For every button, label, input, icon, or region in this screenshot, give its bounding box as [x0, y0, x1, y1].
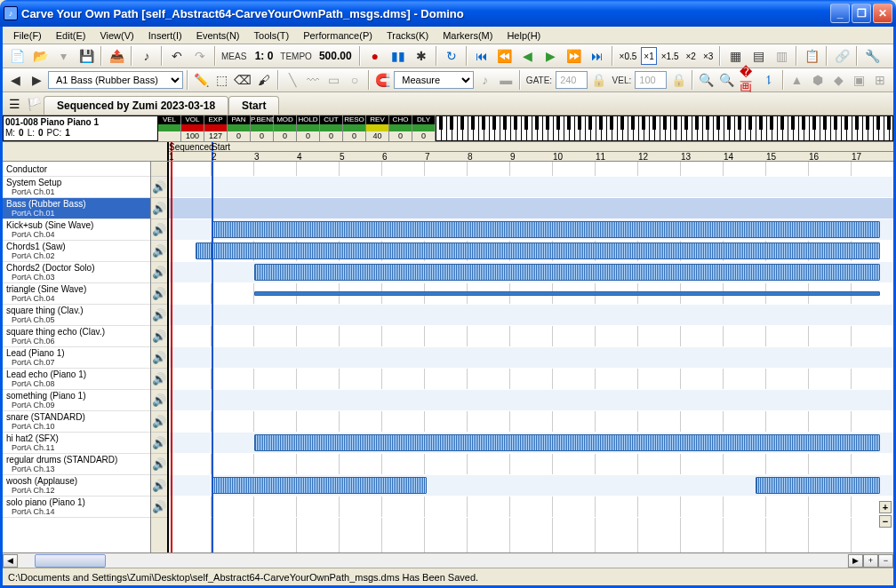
- view2-button[interactable]: ▤: [748, 46, 769, 66]
- export-button[interactable]: 📤: [106, 46, 127, 66]
- select-tool-button[interactable]: ⬚: [212, 70, 231, 90]
- grid-row[interactable]: [169, 262, 893, 283]
- grid-row[interactable]: [169, 475, 893, 497]
- midi-clip[interactable]: [212, 477, 427, 494]
- grid-row[interactable]: [169, 390, 893, 411]
- speaker-icon[interactable]: 🔊: [151, 497, 167, 518]
- rect-tool-button[interactable]: ▭: [324, 70, 343, 90]
- meter-vol[interactable]: VOL100: [181, 115, 204, 141]
- gate-lock-button[interactable]: 🔒: [589, 70, 608, 90]
- midi-clip[interactable]: [254, 291, 880, 296]
- track-row[interactable]: something (Piano 1)PortA Ch.09: [3, 390, 150, 411]
- meter-pan[interactable]: PAN0: [228, 115, 251, 141]
- menu-item[interactable]: View(V): [92, 28, 140, 42]
- zoom-out-h-button[interactable]: 🔍: [717, 70, 736, 90]
- menu-item[interactable]: Tools(T): [247, 28, 297, 42]
- view3-button[interactable]: ▥: [771, 46, 792, 66]
- track-row[interactable]: regular drums (STANDARD)PortA Ch.13: [3, 454, 150, 475]
- open-file-button[interactable]: 📂: [29, 46, 51, 66]
- speaker-icon[interactable]: [151, 162, 167, 177]
- undo-button[interactable]: ↶: [166, 46, 188, 66]
- grid-row[interactable]: [169, 433, 893, 454]
- link-button[interactable]: 🔗: [831, 46, 852, 66]
- meter-hold[interactable]: HOLD0: [297, 115, 320, 141]
- scroll-left-button[interactable]: ◀: [3, 554, 18, 568]
- meter-cut[interactable]: CUT0: [320, 115, 343, 141]
- note-tool-button[interactable]: ♪: [136, 46, 157, 66]
- panic-button[interactable]: ✱: [411, 46, 432, 66]
- track-row[interactable]: woosh (Applause)PortA Ch.12: [3, 475, 150, 497]
- grid-row[interactable]: [169, 454, 893, 475]
- menu-item[interactable]: Tracks(K): [380, 28, 436, 42]
- refresh-button[interactable]: 📋: [801, 46, 822, 66]
- track-row[interactable]: System SetupPortA Ch.01: [3, 177, 150, 198]
- meter-cho[interactable]: CHO0: [389, 115, 412, 141]
- zoom-button[interactable]: ×3: [700, 47, 716, 65]
- speaker-icon[interactable]: 🔊: [151, 411, 167, 433]
- tool-d-button[interactable]: ▣: [850, 70, 868, 90]
- grid-row[interactable]: [169, 177, 893, 198]
- grid-row[interactable]: [169, 347, 893, 369]
- minimize-button[interactable]: _: [830, 4, 850, 23]
- menu-item[interactable]: File(F): [6, 28, 49, 42]
- marker-list-button[interactable]: ☰: [4, 94, 24, 114]
- ruler-marker[interactable]: Sequenced: [169, 142, 214, 152]
- note-button[interactable]: ♪: [476, 70, 494, 90]
- menu-item[interactable]: Performance(P): [296, 28, 380, 42]
- tool-c-button[interactable]: ◆: [829, 70, 848, 90]
- grid-row[interactable]: [169, 305, 893, 326]
- scroll-track[interactable]: [19, 554, 847, 568]
- tool-e-button[interactable]: ⊞: [871, 70, 890, 90]
- speaker-icon[interactable]: 🔊: [151, 475, 167, 497]
- meter-reso[interactable]: RESO0: [343, 115, 366, 141]
- grid-row[interactable]: [169, 283, 893, 305]
- track-row[interactable]: Kick+sub (Sine Wave)PortA Ch.04: [3, 219, 150, 241]
- speaker-icon[interactable]: 🔊: [151, 305, 167, 326]
- grid-row[interactable]: [169, 497, 893, 518]
- meter-dly[interactable]: DLY0: [412, 115, 436, 141]
- meter-mod[interactable]: MOD0: [274, 115, 297, 141]
- circle-tool-button[interactable]: ○: [345, 70, 364, 90]
- snap-selector[interactable]: Measure: [394, 71, 474, 89]
- track-row[interactable]: hi hat2 (SFX)PortA Ch.11: [3, 433, 150, 454]
- snap-toggle-button[interactable]: 🧲: [373, 70, 392, 90]
- marker-tab[interactable]: Start: [228, 96, 279, 115]
- grid-row[interactable]: [169, 369, 893, 390]
- speaker-icon[interactable]: 🔊: [151, 454, 167, 475]
- skip-end-button[interactable]: ⏭: [587, 46, 608, 66]
- zoom-in-v-button[interactable]: �画: [739, 70, 757, 90]
- midi-clip[interactable]: [196, 242, 880, 259]
- grid-row[interactable]: [169, 241, 893, 262]
- menu-item[interactable]: Insert(I): [141, 28, 189, 42]
- midi-clip[interactable]: [212, 221, 880, 238]
- hzoom-minus-button[interactable]: −: [878, 554, 893, 568]
- midi-clip[interactable]: [254, 264, 880, 281]
- eraser-tool-button[interactable]: ⌫: [233, 70, 252, 90]
- speaker-icon[interactable]: 🔊: [151, 219, 167, 241]
- next-track-button[interactable]: ▶: [27, 70, 45, 90]
- speaker-icon[interactable]: 🔊: [151, 326, 167, 347]
- grid-minus-button[interactable]: −: [879, 515, 892, 528]
- grid-row[interactable]: [169, 198, 893, 219]
- zoom-button[interactable]: ×2: [684, 47, 699, 65]
- track-selector[interactable]: A1 Bass (Rubber Bass): [48, 71, 183, 89]
- view1-button[interactable]: ▦: [724, 46, 746, 66]
- scroll-right-button[interactable]: ▶: [848, 554, 863, 568]
- menu-item[interactable]: Edit(E): [49, 28, 93, 42]
- ruler-marker[interactable]: Start: [212, 142, 230, 152]
- gate-input[interactable]: [556, 71, 588, 89]
- grid-row[interactable]: [169, 219, 893, 241]
- record-button[interactable]: ●: [364, 46, 386, 66]
- speaker-icon[interactable]: 🔊: [151, 198, 167, 219]
- piano-keyboard[interactable]: [436, 115, 893, 141]
- zoom-button[interactable]: ×0.5: [617, 47, 640, 65]
- track-row[interactable]: triangle (Sine Wave)PortA Ch.04: [3, 283, 150, 305]
- midi-clip[interactable]: [756, 477, 880, 494]
- scroll-thumb[interactable]: [35, 554, 106, 568]
- speaker-icon[interactable]: 🔊: [151, 390, 167, 411]
- track-row[interactable]: Lead echo (Piano 1)PortA Ch.08: [3, 369, 150, 390]
- grid-row[interactable]: [169, 411, 893, 433]
- speaker-icon[interactable]: 🔊: [151, 177, 167, 198]
- meter-rev[interactable]: REV40: [366, 115, 389, 141]
- open-dropdown-button[interactable]: ▾: [52, 46, 74, 66]
